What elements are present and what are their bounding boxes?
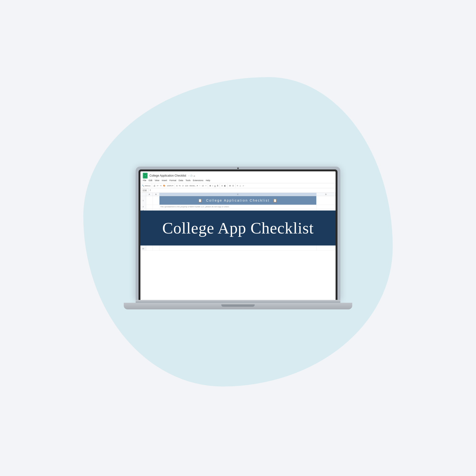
laptop-hinge [136,300,340,303]
table-row: 2 This spreadsheet is the property of Be… [140,205,336,209]
menu-format[interactable]: Format [170,179,176,182]
toolbar-wrap[interactable]: ⤾ [242,185,244,187]
toolbar-strikethrough[interactable]: S̶ [217,185,218,187]
sheets-app-icon: ≡ [143,173,148,178]
col-header-a: A [146,193,153,196]
menu-edit[interactable]: Edit [149,179,153,182]
toolbar-123[interactable]: 123 [185,185,188,187]
row-number: 2 [140,205,146,208]
toolbar-print[interactable]: 🖨 [153,185,155,187]
cell-22b[interactable] [153,247,159,250]
cell-22d[interactable] [317,247,336,250]
toolbar-zoom[interactable]: 100% ▾ [167,185,173,187]
cell-2c-subtitle[interactable]: This spreadsheet is the property of Beth… [159,205,317,208]
title-banner-text: College App Checklist [162,219,314,237]
row-number: 1 [140,196,146,205]
row-number: 22 [140,247,146,250]
toolbar-fillcolor[interactable]: ◧ [224,185,226,187]
toolbar-plus[interactable]: + [205,185,206,187]
page-container: ≡ College Application Checklist ☆ 🕐 ☁ Fi… [0,0,476,476]
cell-1a[interactable] [146,196,153,205]
formula-bar: C32 f [140,188,336,193]
laptop-wrapper: ≡ College Application Checklist ☆ 🕐 ☁ Fi… [124,167,352,309]
sheets-title-row: ≡ College Application Checklist ☆ 🕐 ☁ [143,173,333,178]
laptop-base [124,303,352,309]
col-headers-row: A B C D [140,193,336,196]
laptop-screen-bezel: ≡ College Application Checklist ☆ 🕐 ☁ Fi… [138,170,338,300]
toolbar-redo[interactable]: ↪ [160,185,162,187]
menu-help[interactable]: Help [206,179,210,182]
toolbar-merge[interactable]: ⊡ [232,185,234,187]
toolbar-valign[interactable]: ⊥ [239,185,241,187]
sheet-grid: A B C D 1 📋 College Application Checklis… [140,193,336,251]
col-header-c: C [159,193,317,196]
col-header-d: D [317,193,336,196]
menu-insert[interactable]: Insert [162,179,167,182]
toolbar-decimal[interactable]: .0 [182,185,184,187]
menu-tools[interactable]: Tools [186,179,190,182]
row-num-header [140,193,146,196]
sheets-menu-row: File Edit View Insert Format Data Tools … [143,179,333,182]
toolbar-underline[interactable]: U [214,185,216,187]
laptop-notch [221,305,255,307]
cell-reference[interactable]: C32 [142,189,149,192]
toolbar-bold[interactable]: B [209,185,211,187]
toolbar-align[interactable]: ≡ [237,185,238,187]
cell-1b[interactable] [153,196,159,205]
table-row: 22 [140,247,336,251]
cell-1c-title[interactable]: 📋 College Application Checklist 📋 [159,196,317,205]
laptop-screen-outer: ≡ College Application Checklist ☆ 🕐 ☁ Fi… [136,167,340,300]
cell-2a[interactable] [146,205,153,208]
cell-2d[interactable] [317,205,336,208]
toolbar-minus[interactable]: − [199,185,200,187]
menu-extensions[interactable]: Extensions [193,179,203,182]
table-row: 1 📋 College Application Checklist 📋 [140,196,336,205]
menu-view[interactable]: View [155,179,159,182]
sheets-header: ≡ College Application Checklist ☆ 🕐 ☁ Fi… [140,171,336,183]
toolbar-dollar[interactable]: $ [176,185,177,187]
toolbar-fontsize[interactable]: 12 [202,185,204,187]
toolbar-borders[interactable]: ⊞ [229,185,231,187]
menu-data[interactable]: Data [178,179,183,182]
col-header-b: B [153,193,159,196]
toolbar-undo[interactable]: ↩ [157,185,158,187]
title-banner: College App Checklist [140,210,336,245]
cell-2b[interactable] [153,205,159,208]
cell-1d[interactable] [317,196,336,205]
sheets-toolbar: 🔍 Menus 🖨 ↩ ↪ 🎨 100% ▾ $ % .0 123 Monts.… [140,183,336,188]
toolbar-textcolor[interactable]: A [221,185,222,187]
toolbar-search[interactable]: 🔍 Menus [142,185,151,187]
toolbar-font[interactable]: Monts... ▾ [190,185,198,187]
laptop-screen-inner: ≡ College Application Checklist ☆ 🕐 ☁ Fi… [140,171,336,300]
cell-22c[interactable] [159,247,317,250]
cell-22a[interactable] [146,247,153,250]
spreadsheet-title: College Application Checklist [150,174,186,177]
toolbar-percent[interactable]: % [179,185,180,187]
toolbar-italic[interactable]: I [212,185,213,187]
menu-file[interactable]: File [143,179,146,182]
toolbar-paint[interactable]: 🎨 [163,185,165,187]
